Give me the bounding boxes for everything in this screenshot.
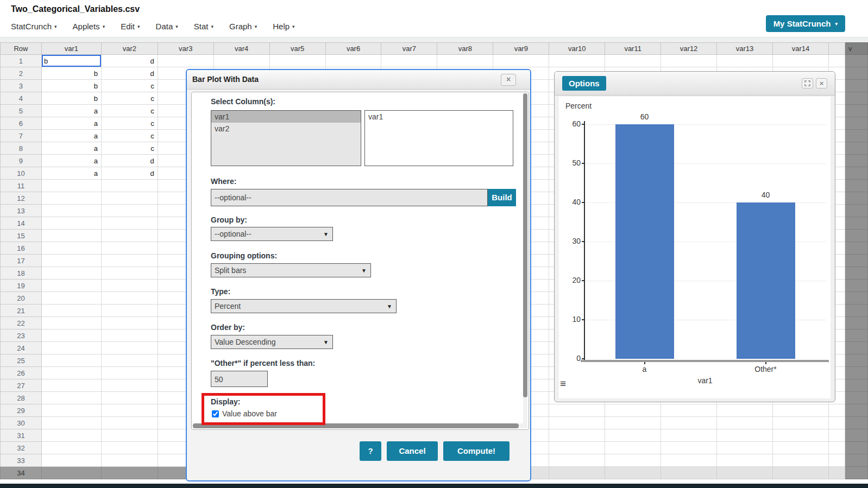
cell[interactable] <box>101 255 158 267</box>
cell[interactable] <box>773 404 829 417</box>
cell[interactable] <box>845 379 867 392</box>
cell[interactable] <box>41 192 101 205</box>
row-number[interactable]: 26 <box>1 367 42 379</box>
chart-window-titlebar[interactable]: Options × <box>555 72 835 96</box>
cell[interactable] <box>845 192 867 205</box>
cell[interactable] <box>101 367 158 379</box>
cell[interactable] <box>325 55 381 67</box>
cell[interactable] <box>845 130 867 142</box>
cell[interactable] <box>845 305 867 317</box>
cell[interactable] <box>41 217 101 230</box>
cancel-button[interactable]: Cancel <box>387 441 438 461</box>
cell[interactable] <box>101 280 158 292</box>
cell[interactable] <box>845 205 867 217</box>
cell[interactable] <box>661 429 717 442</box>
row-number[interactable]: 3 <box>1 80 42 92</box>
row-number[interactable]: 20 <box>1 292 42 305</box>
cell[interactable] <box>828 454 845 467</box>
cell[interactable] <box>661 55 717 67</box>
row-number[interactable]: 24 <box>1 342 42 354</box>
menu-item-graph[interactable]: Graph▾ <box>229 22 257 31</box>
row-number[interactable]: 15 <box>1 230 42 242</box>
cell[interactable] <box>717 417 773 429</box>
expand-icon[interactable] <box>802 78 813 88</box>
cell[interactable] <box>773 429 829 442</box>
menu-item-data[interactable]: Data▾ <box>156 22 178 31</box>
cell[interactable] <box>845 292 867 305</box>
cell[interactable] <box>605 454 661 467</box>
cell[interactable] <box>845 242 867 255</box>
cell[interactable] <box>845 392 867 404</box>
cell[interactable] <box>101 379 158 392</box>
cell[interactable] <box>549 442 605 454</box>
cell[interactable]: a <box>41 142 101 155</box>
cell[interactable] <box>845 67 867 80</box>
scrollbar-thumb[interactable] <box>523 93 527 397</box>
cell[interactable] <box>845 417 867 429</box>
selected-columns-listbox[interactable]: var1 <box>364 110 513 166</box>
group-by-select[interactable]: --optional--▼ <box>211 227 333 241</box>
row-number[interactable]: 17 <box>1 255 42 267</box>
cell[interactable] <box>41 367 101 379</box>
cell[interactable]: c <box>101 142 158 155</box>
cell[interactable] <box>773 454 829 467</box>
cell[interactable] <box>845 255 867 267</box>
column-header-var7[interactable]: var7 <box>381 43 437 55</box>
row-number[interactable]: 25 <box>1 354 42 367</box>
cell[interactable] <box>41 267 101 280</box>
row-number[interactable]: 18 <box>1 267 42 280</box>
cell[interactable] <box>717 454 773 467</box>
menu-item-statcrunch[interactable]: StatCrunch▾ <box>11 22 57 31</box>
cell[interactable] <box>845 317 867 329</box>
cell[interactable] <box>549 429 605 442</box>
type-select[interactable]: Percent▼ <box>211 299 397 313</box>
cell[interactable] <box>845 167 867 180</box>
cell[interactable] <box>828 55 845 67</box>
cell[interactable]: d <box>101 155 158 167</box>
cell[interactable] <box>828 417 845 429</box>
cell[interactable] <box>213 55 269 67</box>
cell[interactable] <box>845 404 867 417</box>
cell[interactable] <box>41 392 101 404</box>
row-number[interactable]: 14 <box>1 217 42 230</box>
cell[interactable] <box>845 155 867 167</box>
row-number[interactable]: 31 <box>1 429 42 442</box>
cell[interactable]: c <box>101 117 158 130</box>
row-number[interactable]: 8 <box>1 142 42 155</box>
menu-item-help[interactable]: Help▾ <box>273 22 294 31</box>
column-header-var2[interactable]: var2 <box>101 43 158 55</box>
cell[interactable]: d <box>101 67 158 80</box>
available-columns-listbox[interactable]: var1var2 <box>211 110 361 166</box>
dialog-vertical-scrollbar[interactable] <box>523 93 527 428</box>
cell[interactable] <box>41 342 101 354</box>
cell[interactable]: a <box>41 105 101 117</box>
column-header-var11[interactable]: var11 <box>605 43 661 55</box>
cell[interactable] <box>101 467 158 479</box>
available-column-item[interactable]: var2 <box>211 123 361 135</box>
column-header-var4[interactable]: var4 <box>213 43 269 55</box>
cell[interactable] <box>41 329 101 342</box>
cell[interactable]: b <box>41 67 101 80</box>
cell[interactable] <box>605 404 661 417</box>
cell[interactable] <box>41 205 101 217</box>
order-by-select[interactable]: Value Descending▼ <box>211 335 333 349</box>
row-number[interactable]: 9 <box>1 155 42 167</box>
row-number[interactable]: 4 <box>1 92 42 105</box>
menu-item-applets[interactable]: Applets▾ <box>73 22 105 31</box>
row-number[interactable]: 23 <box>1 329 42 342</box>
cell[interactable]: c <box>101 80 158 92</box>
cell[interactable] <box>41 317 101 329</box>
dialog-titlebar[interactable]: Bar Plot With Data × <box>187 70 530 90</box>
cell[interactable] <box>101 230 158 242</box>
cell[interactable] <box>845 142 867 155</box>
cell[interactable] <box>549 404 605 417</box>
help-button[interactable]: ? <box>360 441 381 461</box>
selected-cell[interactable]: b <box>41 55 101 67</box>
dialog-close-icon[interactable]: × <box>501 74 516 86</box>
cell[interactable] <box>41 255 101 267</box>
cell[interactable] <box>661 467 717 479</box>
cell[interactable] <box>845 342 867 354</box>
cell[interactable] <box>101 342 158 354</box>
cell[interactable] <box>845 117 867 130</box>
row-number[interactable]: 10 <box>1 167 42 180</box>
